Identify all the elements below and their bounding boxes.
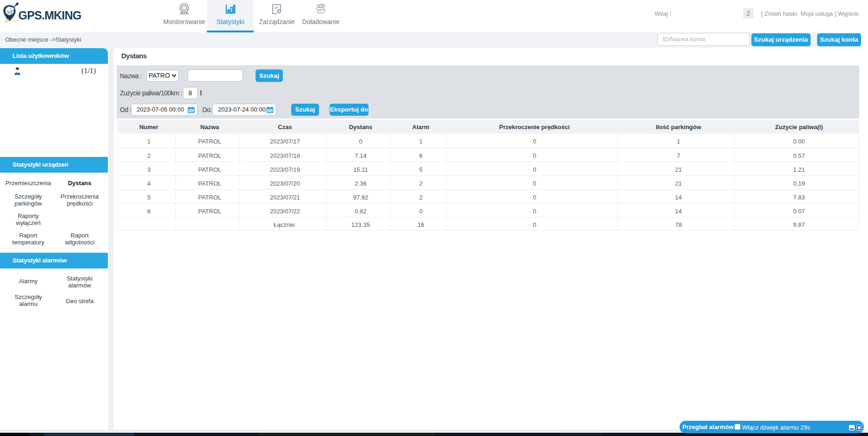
svg-text:GPS.MKING: GPS.MKING [19,9,81,22]
